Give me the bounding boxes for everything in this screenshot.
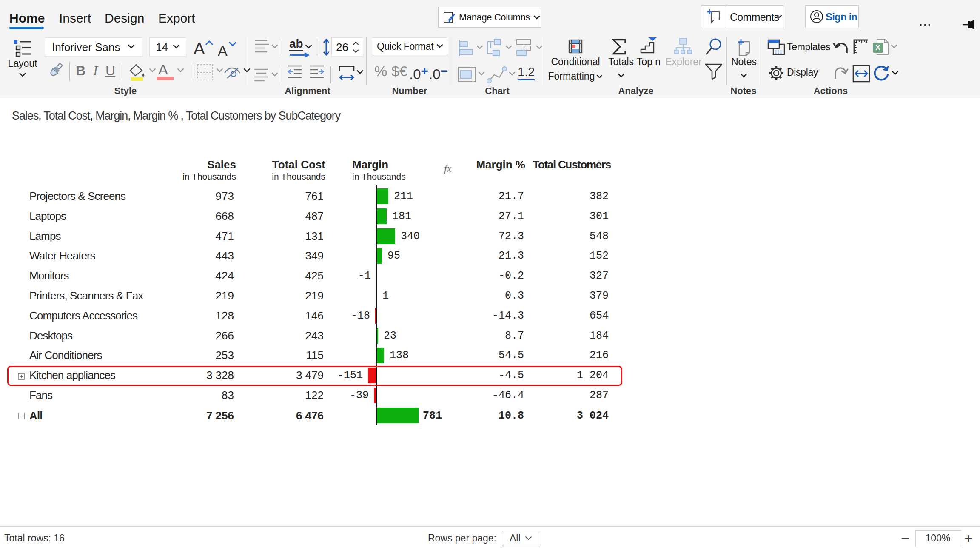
svg-text:X: X (875, 43, 880, 52)
